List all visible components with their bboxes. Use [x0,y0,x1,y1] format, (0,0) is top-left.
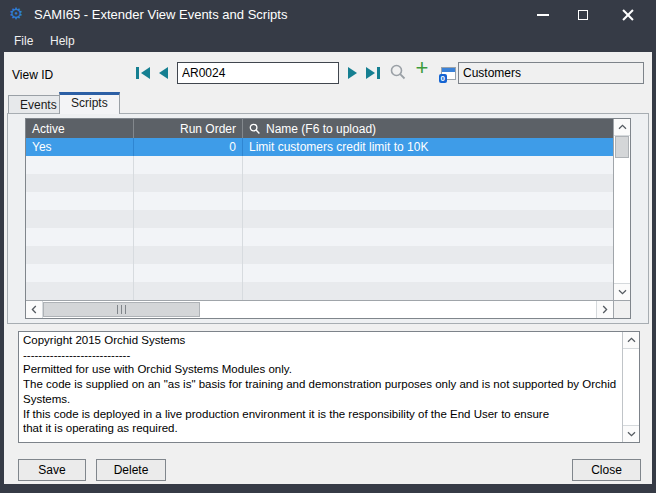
column-header-name[interactable]: Name (F6 to upload) [243,119,613,138]
license-text: Copyright 2015 Orchid Systems-----------… [19,332,622,442]
nav-next-button[interactable] [348,66,357,80]
license-line: If this code is deployed in a live produ… [23,407,618,422]
license-line: Systems. [23,392,618,407]
cell-active: Yes [26,138,134,156]
scroll-up-button[interactable] [614,119,630,136]
scripts-grid: Active Run Order Name (F6 to upload) Yes… [25,118,631,319]
delete-button[interactable]: Delete [96,459,166,481]
column-header-run-order[interactable]: Run Order [134,119,243,138]
license-vertical-scrollbar[interactable] [622,332,639,442]
menu-help[interactable]: Help [46,32,79,50]
scrollbar-corner [613,300,630,318]
column-search-icon [249,123,261,135]
grid-vertical-scrollbar[interactable] [613,119,630,300]
next-record-icon [348,67,357,79]
scroll-left-button[interactable] [26,301,43,318]
chevron-up-icon [627,337,636,343]
nav-first-button[interactable] [136,66,150,80]
save-button[interactable]: Save [18,459,86,481]
finder-button[interactable] [388,62,408,82]
first-record-icon [136,67,139,79]
column-header-active[interactable]: Active [26,119,134,138]
view-id-input[interactable] [177,62,339,84]
view-id-label: View ID [12,68,53,82]
table-row-empty[interactable] [26,174,613,192]
nav-last-button[interactable] [366,66,380,80]
cell-run-order: 0 [134,138,243,156]
close-dialog-button[interactable]: Close [572,459,641,481]
window-title: SAMI65 - Extender View Events and Script… [34,7,287,22]
scroll-down-button[interactable] [614,283,630,300]
minimize-button[interactable] [528,4,558,26]
chevron-right-icon [602,305,608,314]
minimize-icon [537,14,549,16]
chevron-down-icon [627,431,636,437]
license-scroll-down-button[interactable] [623,425,639,442]
detail-zoom-button[interactable]: 0 [438,63,458,83]
maximize-button[interactable] [568,4,598,26]
app-gear-icon: ⚙ [9,4,23,23]
view-name-field: Customers [458,62,644,84]
previous-record-icon [159,67,168,79]
scroll-right-button[interactable] [596,301,613,318]
grid-scroll-thumb[interactable] [615,136,629,158]
license-line: Permitted for use with Orchid Systems Mo… [23,362,618,377]
license-scroll-up-button[interactable] [623,332,639,349]
license-box[interactable]: Copyright 2015 Orchid Systems-----------… [18,331,640,443]
new-record-button[interactable]: + [412,58,432,78]
search-icon [389,63,407,81]
close-icon [621,8,635,22]
thumb-grip-icon [117,305,126,314]
chevron-down-icon [618,289,627,295]
menu-file[interactable]: File [10,32,37,50]
grid-empty-rows [26,156,613,300]
license-line: ---------------------------- [23,348,618,363]
table-row-empty[interactable] [26,246,613,264]
grid-header-row: Active Run Order Name (F6 to upload) [26,119,613,138]
chevron-left-icon [31,305,37,314]
maximize-icon [578,10,588,20]
nav-previous-button[interactable] [159,66,168,80]
last-record-icon [366,67,375,79]
plus-icon: + [416,58,429,78]
grid-horizontal-scrollbar[interactable] [26,300,613,318]
table-row-empty[interactable] [26,264,613,282]
license-line: Copyright 2015 Orchid Systems [23,333,618,348]
chevron-up-icon [618,124,627,130]
table-row-empty[interactable] [26,228,613,246]
table-row-empty[interactable] [26,156,613,174]
table-row-selected[interactable]: Yes 0 Limit customers credit limit to 10… [26,138,613,156]
table-row-empty[interactable] [26,282,613,300]
license-line: The code is supplied on an "as is" basis… [23,377,618,392]
document-zoom-icon: 0 [441,67,456,80]
tab-scripts[interactable]: Scripts [59,92,120,114]
cell-name: Limit customers credit limit to 10K [243,138,613,156]
app-window: ⚙ SAMI65 - Extender View Events and Scri… [0,0,656,493]
license-line: that it is operating as required. [23,421,618,436]
close-button[interactable] [613,4,643,26]
table-row-empty[interactable] [26,192,613,210]
table-row-empty[interactable] [26,210,613,228]
grid-hscroll-thumb[interactable] [43,302,200,317]
